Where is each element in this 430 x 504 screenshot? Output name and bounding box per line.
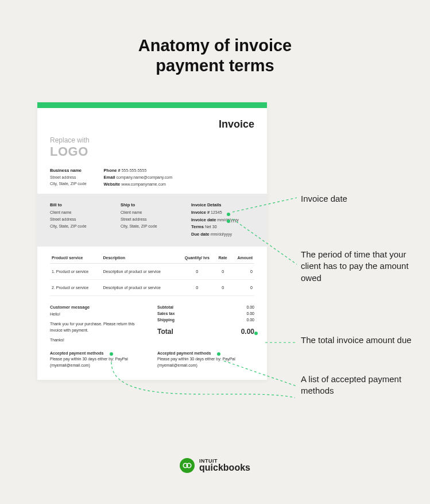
accepted-label-2: Accepted payment methods <box>157 351 211 355</box>
marker-dot-accepted-2 <box>217 352 220 356</box>
col-description: Description <box>101 251 179 264</box>
terms-label: Terms <box>191 224 204 229</box>
cell-rate: 0 <box>215 263 231 279</box>
business-street: Street address <box>50 174 87 180</box>
bill-to: Bill to Client name Street address City,… <box>50 202 87 238</box>
col-amount: Amount <box>231 251 254 264</box>
bill-to-city: City, State, ZIP code <box>50 223 87 230</box>
accepted-text-1: Please pay within 30 days either by: Pay… <box>50 356 147 368</box>
annotation-accepted: A list of accepted payment methods <box>301 374 413 397</box>
logo-replace-text: Replace with <box>50 136 254 144</box>
cell-product: 2. Product or service <box>50 279 101 295</box>
accepted-text-2: Please pay within 30 days either by: Pay… <box>157 356 254 368</box>
bill-to-street: Street address <box>50 216 87 223</box>
invoice-details: Invoice Details Invoice # 12345 Invoice … <box>191 202 254 238</box>
message-greeting: Hello! <box>50 311 147 317</box>
col-quantity: Quantity/ hrs <box>179 251 215 264</box>
marker-dot-total <box>254 332 258 335</box>
invoice-number-label: Invoice # <box>191 210 210 215</box>
ship-to-name: Client name <box>121 209 157 216</box>
cell-amount: 0 <box>231 263 254 279</box>
bill-to-label: Bill to <box>50 202 87 209</box>
cell-amount: 0 <box>231 279 254 295</box>
table-row: 2. Product or serviceDescription of prod… <box>50 279 254 295</box>
marker-dot-invoice-date <box>227 213 230 216</box>
business-contact: Phone # 555-555-5555 Email company.name@… <box>104 167 172 188</box>
customer-message: Customer message Hello! Thank you for yo… <box>50 304 147 344</box>
tax-label: Sales tax <box>157 311 175 316</box>
col-rate: Rate <box>215 251 231 264</box>
annotation-invoice-date: Invoice date <box>301 193 413 205</box>
table-row: 1. Product or serviceDescription of prod… <box>50 263 254 279</box>
phone-value: 555-555-5555 <box>122 168 147 172</box>
invoice-card: Invoice Replace with LOGO Business name … <box>37 102 267 380</box>
marker-dot-accepted-1 <box>110 352 113 356</box>
business-name-label: Business name <box>50 167 87 174</box>
terms-value: Net 30 <box>205 225 217 229</box>
website-value: www.companyname.com <box>121 182 166 186</box>
due-date-value: mm/dd/yyyy <box>211 232 232 236</box>
details-label: Invoice Details <box>191 202 254 209</box>
marker-dot-terms <box>227 220 230 223</box>
subtotal-label: Subtotal <box>157 305 173 309</box>
accepted-payment-right: Accepted payment methods Please pay with… <box>157 351 254 369</box>
business-address: Business name Street address City, State… <box>50 167 87 188</box>
cell-description: Description of product or service <box>101 263 179 279</box>
accepted-payment-left: Accepted payment methods Please pay with… <box>50 351 147 369</box>
logo-placeholder: Replace with LOGO <box>50 136 254 159</box>
message-body: Thank you for your purchase. Please retu… <box>50 321 147 333</box>
message-label: Customer message <box>50 304 147 311</box>
cell-qty: 0 <box>179 263 215 279</box>
due-date-label: Due date <box>191 232 210 237</box>
logo-word: LOGO <box>50 144 254 159</box>
invoice-number-value: 12345 <box>211 210 222 214</box>
ship-to-label: Ship to <box>121 202 157 209</box>
page-title: Anatomy of invoice payment terms <box>0 0 430 76</box>
ship-to-street: Street address <box>121 216 157 223</box>
email-label: Email <box>104 174 115 181</box>
accepted-label-1: Accepted payment methods <box>50 351 103 355</box>
phone-label: Phone # <box>104 167 121 174</box>
annotation-terms: The period of time that your client has … <box>301 249 413 284</box>
cell-description: Description of product or service <box>101 279 179 295</box>
subtotal-value: 0.00 <box>246 305 254 309</box>
brand-text: INTUIT quickbooks <box>199 459 250 472</box>
accent-bar <box>37 102 267 108</box>
details-band: Bill to Client name Street address City,… <box>37 194 267 247</box>
invoice-date-label: Invoice date <box>191 217 216 222</box>
brand-quickbooks: quickbooks <box>199 463 250 472</box>
ship-to: Ship to Client name Street address City,… <box>121 202 157 238</box>
title-line-1: Anatomy of invoice <box>138 36 292 55</box>
shipping-label: Shipping <box>157 318 175 322</box>
invoice-heading: Invoice <box>50 118 254 130</box>
ship-to-city: City, State, ZIP code <box>121 223 157 230</box>
quickbooks-logo-icon <box>180 458 195 473</box>
message-signoff: Thanks! <box>50 337 147 343</box>
total-value: 0.00 <box>241 328 254 336</box>
shipping-value: 0.00 <box>246 318 254 322</box>
tax-value: 0.00 <box>246 311 254 316</box>
line-items-table: Product/ service Description Quantity/ h… <box>37 247 267 298</box>
email-value: company.name@company.com <box>117 175 173 179</box>
brand-footer: INTUIT quickbooks <box>0 458 430 473</box>
annotation-total: The total invoice amount due <box>301 334 413 346</box>
cell-qty: 0 <box>179 279 215 295</box>
total-label: Total <box>157 328 173 336</box>
cell-rate: 0 <box>215 279 231 295</box>
cell-product: 1. Product or service <box>50 263 101 279</box>
business-city: City, State, ZIP code <box>50 180 87 187</box>
summary: Subtotal0.00 Sales tax0.00 Shipping0.00 … <box>157 304 254 344</box>
website-label: Website <box>104 181 121 188</box>
bill-to-name: Client name <box>50 209 87 216</box>
col-product: Product/ service <box>50 251 101 264</box>
title-line-2: payment terms <box>156 56 274 75</box>
